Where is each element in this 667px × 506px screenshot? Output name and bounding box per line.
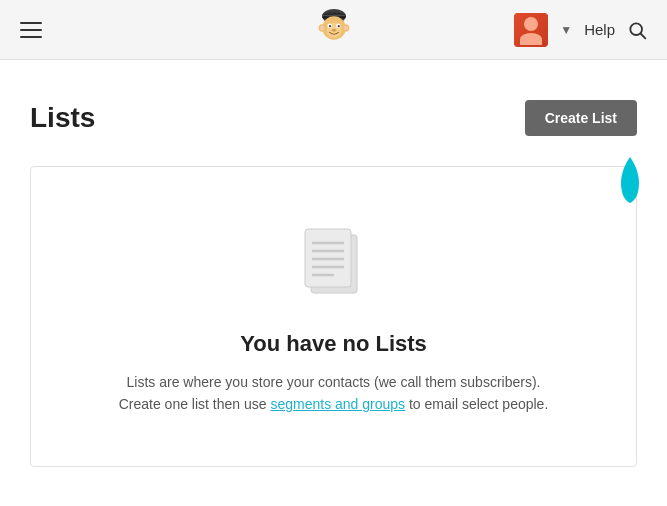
empty-state-line2-before: Create one list then use [119, 396, 271, 412]
empty-state-title: You have no Lists [61, 331, 606, 357]
header: ▼ Help [0, 0, 667, 60]
search-button[interactable] [627, 20, 647, 40]
avatar[interactable] [514, 13, 548, 47]
svg-line-16 [641, 33, 646, 38]
svg-point-14 [343, 25, 347, 29]
svg-point-8 [328, 25, 330, 27]
empty-state-icon [289, 217, 379, 307]
empty-state-line1: Lists are where you store your contacts … [127, 374, 541, 390]
svg-rect-3 [322, 14, 345, 15]
help-link[interactable]: Help [584, 21, 615, 38]
page-header: Lists Create List [30, 100, 637, 136]
main-content: Lists Create List [0, 60, 667, 497]
svg-point-10 [331, 28, 335, 31]
page-title: Lists [30, 102, 95, 134]
logo-container [312, 6, 356, 54]
empty-state-description: Lists are where you store your contacts … [61, 371, 606, 416]
avatar-image [514, 13, 548, 47]
create-list-button[interactable]: Create List [525, 100, 637, 136]
header-right: ▼ Help [514, 13, 647, 47]
empty-state-card: You have no Lists Lists are where you st… [30, 166, 637, 467]
header-left [20, 22, 42, 38]
svg-point-12 [320, 25, 324, 29]
mailchimp-logo [312, 6, 356, 50]
avatar-dropdown-icon[interactable]: ▼ [560, 23, 572, 37]
tooltip-arrow [619, 155, 641, 205]
svg-point-9 [337, 25, 339, 27]
hamburger-menu-icon[interactable] [20, 22, 42, 38]
segments-and-groups-link[interactable]: segments and groups [270, 396, 405, 412]
empty-state-line2-after: to email select people. [405, 396, 548, 412]
